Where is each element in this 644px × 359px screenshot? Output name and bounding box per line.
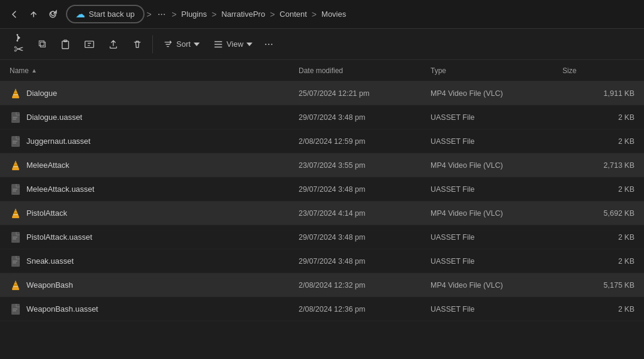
svg-rect-40 [13,310,16,311]
file-type: UASSET File [431,305,562,313]
delete-icon [132,39,143,50]
file-name: MeleeAttack [26,161,70,170]
table-row[interactable]: Dialogue.uasset 29/07/2024 3:48 pm UASSE… [0,105,644,129]
view-chevron-icon [246,43,252,46]
type-column-header[interactable]: Type [431,67,562,75]
view-button[interactable]: View [207,34,258,55]
cut-icon: ✂ [14,43,24,55]
sort-button[interactable]: Sort [157,34,206,55]
back-button[interactable] [6,7,23,22]
table-row[interactable]: Sneak.uasset 29/07/2024 3:48 pm UASSET F… [0,249,644,273]
file-type: MP4 Video File (VLC) [431,281,562,289]
sep1: > [145,10,154,19]
name-column-header[interactable]: Name ▲ [10,67,299,75]
svg-rect-20 [13,189,17,189]
file-size: 1,911 KB [562,89,634,98]
more-options-button[interactable]: ··· [260,34,278,55]
table-row[interactable]: WeaponBash.uasset 2/08/2024 12:36 pm UAS… [0,297,644,321]
up-button[interactable] [25,7,42,22]
doc-file-icon [10,135,21,147]
share-icon [108,39,119,50]
file-name: WeaponBash.uasset [26,304,98,313]
file-size: 5,692 KB [562,209,634,218]
svg-rect-26 [14,212,17,212]
svg-rect-37 [14,283,17,284]
file-date: 23/07/2024 4:14 pm [299,209,431,218]
file-name-cell: PistolAttack [10,207,299,219]
file-type: UASSET File [431,113,562,122]
file-name-cell: MeleeAttack [10,159,299,171]
toolbar: ✂ ⧉ Sort Vie [0,29,644,60]
file-date: 29/07/2024 3:48 pm [299,185,431,194]
file-icon [10,303,22,315]
file-name-cell: Juggernaut.uasset [10,135,299,147]
file-type: UASSET File [431,185,562,194]
file-icon [10,135,22,147]
svg-rect-7 [14,92,17,92]
file-name: MeleeAttack.uasset [26,185,94,194]
size-column-header[interactable]: Size [562,67,634,75]
date-column-header[interactable]: Date modified [299,67,431,75]
start-backup-button[interactable]: ☁ Start back up [66,5,145,23]
file-list: Dialogue 25/07/2024 12:21 pm MP4 Video F… [0,82,644,321]
sort-label: Sort [176,40,191,49]
table-row[interactable]: WeaponBash 2/08/2024 12:32 pm MP4 Video … [0,273,644,297]
separator-1 [152,35,153,53]
doc-file-icon [10,183,21,195]
file-type: UASSET File [431,233,562,242]
vlc-file-icon [10,88,22,99]
file-size: 2 KB [562,305,634,313]
file-type: UASSET File [431,137,562,146]
breadcrumb-movies[interactable]: Movies [319,8,348,20]
table-row[interactable]: Dialogue 25/07/2024 12:21 pm MP4 Video F… [0,82,644,105]
breadcrumb-narrativepro[interactable]: NarrativePro [219,8,267,20]
file-type: MP4 Video File (VLC) [431,209,562,218]
file-size: 2,713 KB [562,161,634,170]
breadcrumb-dots-button[interactable]: ··· [154,8,169,21]
delete-button[interactable] [126,31,149,58]
sep5: > [309,10,319,19]
paste-button[interactable] [54,31,77,58]
file-date: 29/07/2024 3:48 pm [299,113,431,122]
svg-rect-2 [85,41,94,47]
table-row[interactable]: MeleeAttack 23/07/2024 3:55 pm MP4 Video… [0,153,644,177]
file-date: 29/07/2024 3:48 pm [299,257,431,266]
file-type: MP4 Video File (VLC) [431,161,562,170]
breadcrumb-plugins[interactable]: Plugins [179,8,209,20]
table-row[interactable]: Juggernaut.uasset 2/08/2024 12:59 pm UAS… [0,129,644,153]
file-icon [10,207,22,219]
breadcrumb-content[interactable]: Content [277,8,309,20]
file-name: Sneak.uasset [26,257,74,266]
rename-button[interactable] [78,31,101,58]
file-icon [10,88,22,99]
table-row[interactable]: PistolAttack.uasset 29/07/2024 3:48 pm U… [0,225,644,249]
file-name: WeaponBash [26,280,73,289]
file-size: 5,175 KB [562,281,634,289]
copy-button[interactable]: ⧉ [31,31,53,58]
doc-file-icon [10,111,21,123]
sep3: > [209,10,219,19]
svg-rect-0 [62,41,69,49]
share-button[interactable] [102,31,125,58]
file-name-cell: WeaponBash.uasset [10,303,299,315]
file-name-cell: Dialogue.uasset [10,111,299,123]
cut-button[interactable]: ✂ [7,31,30,58]
svg-rect-32 [13,263,16,263]
vlc-file-icon [10,207,22,219]
view-icon [213,39,224,50]
sep4: > [267,10,277,19]
svg-rect-16 [12,169,19,170]
doc-file-icon [10,303,21,315]
table-row[interactable]: PistolAttack 23/07/2024 4:14 pm MP4 Vide… [0,201,644,225]
name-sort-arrow: ▲ [31,67,37,74]
svg-rect-29 [13,239,16,239]
file-type: MP4 Video File (VLC) [431,89,562,98]
copy-icon: ⧉ [38,38,46,50]
svg-rect-12 [13,141,17,141]
file-date: 2/08/2024 12:59 pm [299,137,431,146]
refresh-button[interactable] [44,7,61,22]
file-name: PistolAttack.uasset [26,233,92,242]
table-row[interactable]: MeleeAttack.uasset 29/07/2024 3:48 pm UA… [0,177,644,201]
file-size: 2 KB [562,185,634,194]
sort-icon [162,39,173,50]
